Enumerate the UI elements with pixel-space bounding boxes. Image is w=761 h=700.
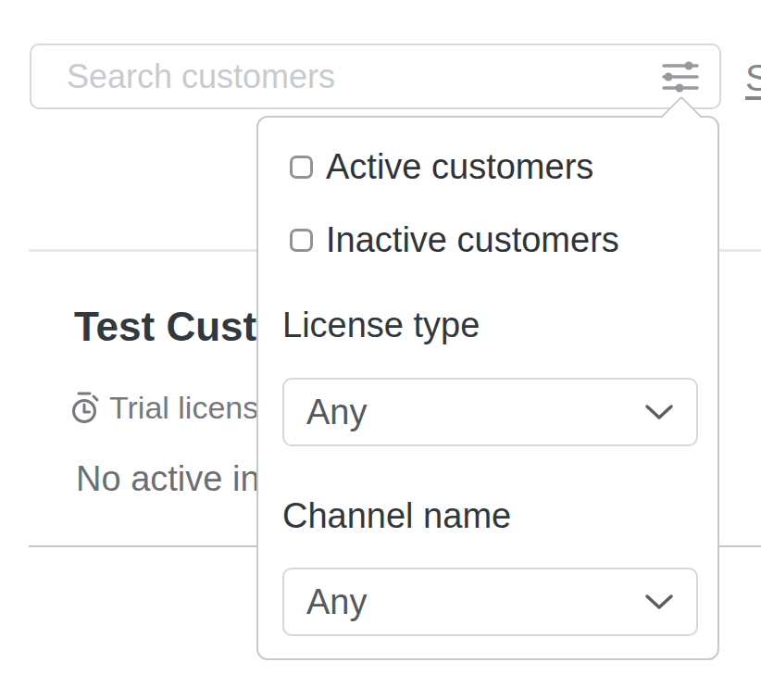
filter-popover: Active customers Inactive customers Lice… — [256, 116, 719, 660]
license-type-value: Any — [306, 393, 644, 432]
active-customers-label: Active customers — [326, 147, 593, 187]
sliders-icon — [660, 60, 701, 94]
license-type-label: License type — [282, 306, 480, 345]
channel-name-value: Any — [306, 582, 644, 622]
search-input[interactable] — [65, 56, 656, 97]
active-customers-checkbox[interactable] — [290, 156, 313, 179]
filter-button[interactable] — [656, 53, 705, 101]
channel-name-label: Channel name — [282, 496, 511, 536]
active-customers-option[interactable]: Active customers — [290, 147, 593, 187]
license-type-select[interactable]: Any — [282, 378, 698, 446]
channel-name-select[interactable]: Any — [282, 568, 698, 636]
stopwatch-icon — [70, 389, 102, 426]
chevron-down-icon — [644, 404, 674, 420]
inactive-customers-option[interactable]: Inactive customers — [290, 220, 619, 260]
inactive-customers-checkbox[interactable] — [290, 229, 313, 252]
right-edge-link[interactable]: S — [745, 57, 761, 99]
chevron-down-icon — [644, 594, 674, 610]
customer-name: Test Cust — [74, 304, 256, 350]
license-type-text: Trial licens — [109, 390, 258, 426]
inactive-customers-label: Inactive customers — [326, 220, 619, 260]
customer-status-text: No active in — [76, 459, 260, 499]
search-box — [30, 44, 721, 109]
license-row: Trial licens — [70, 387, 258, 428]
